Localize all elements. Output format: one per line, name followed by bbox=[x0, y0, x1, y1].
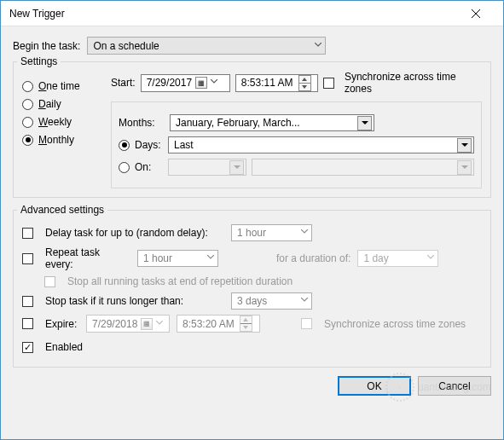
radio-one-time[interactable]: One time bbox=[22, 80, 101, 92]
begin-task-value: On a schedule bbox=[93, 40, 159, 52]
expire-date-input: 7/29/2018 ▦ bbox=[86, 315, 170, 333]
spinner-down-icon[interactable] bbox=[299, 84, 310, 90]
cancel-button[interactable]: Cancel bbox=[418, 376, 491, 396]
dropdown-button-icon bbox=[357, 116, 372, 130]
chevron-down-icon bbox=[156, 321, 163, 327]
window-title: New Trigger bbox=[9, 8, 65, 20]
chevron-down-icon bbox=[301, 298, 308, 304]
stop-long-checkbox[interactable] bbox=[22, 296, 33, 307]
stop-long-combo[interactable]: 3 days bbox=[231, 292, 312, 310]
repeat-combo[interactable]: 1 hour bbox=[137, 250, 218, 267]
radio-icon bbox=[22, 81, 33, 92]
dialog-window: New Trigger Begin the task: On a schedul… bbox=[0, 0, 504, 440]
expire-time-input: 8:53:20 AM bbox=[177, 315, 260, 333]
on-dropdown-2 bbox=[252, 159, 474, 176]
radio-days[interactable] bbox=[119, 140, 130, 151]
enabled-label: Enabled bbox=[45, 341, 83, 353]
radio-icon bbox=[22, 135, 33, 146]
start-date-input[interactable]: 7/29/2017 ▦ bbox=[141, 74, 230, 92]
duration-value: 1 day bbox=[363, 252, 388, 264]
stop-rep-checkbox bbox=[44, 276, 55, 287]
expire-checkbox[interactable] bbox=[22, 318, 33, 329]
titlebar: New Trigger bbox=[1, 1, 503, 26]
dropdown-button-icon bbox=[457, 160, 472, 175]
radio-label: Weekly bbox=[38, 116, 72, 128]
time-spinner[interactable] bbox=[298, 75, 311, 91]
ok-button[interactable]: OK bbox=[338, 376, 411, 396]
spinner-down-icon bbox=[240, 324, 252, 331]
spinner-up-icon bbox=[240, 316, 252, 324]
close-icon bbox=[472, 9, 480, 18]
advanced-fieldset: Advanced settings Delay task for up to (… bbox=[13, 210, 491, 368]
begin-task-select[interactable]: On a schedule bbox=[87, 37, 326, 55]
repeat-checkbox[interactable] bbox=[22, 253, 33, 264]
repeat-value: 1 hour bbox=[143, 252, 172, 264]
radio-icon bbox=[22, 99, 33, 110]
on-label: On: bbox=[135, 161, 168, 173]
radio-daily[interactable]: Daily bbox=[22, 98, 101, 110]
delay-label: Delay task for up to (random delay): bbox=[45, 227, 224, 239]
start-date-value: 7/29/2017 bbox=[147, 77, 192, 89]
sync-checkbox[interactable] bbox=[323, 78, 334, 89]
months-value: January, February, March... bbox=[176, 117, 300, 129]
settings-fieldset: Settings One time Daily Weekly bbox=[13, 61, 491, 198]
delay-value: 1 hour bbox=[237, 227, 266, 239]
expire-time-value: 8:53:20 AM bbox=[182, 318, 235, 330]
calendar-icon: ▦ bbox=[141, 318, 153, 330]
chevron-down-icon bbox=[207, 255, 214, 262]
spinner-up-icon[interactable] bbox=[299, 76, 310, 84]
chevron-down-icon bbox=[301, 229, 308, 236]
frequency-column: One time Daily Weekly Monthly bbox=[22, 71, 101, 188]
delay-combo[interactable]: 1 hour bbox=[231, 224, 312, 241]
radio-weekly[interactable]: Weekly bbox=[22, 116, 101, 128]
expire-label: Expire: bbox=[45, 318, 79, 330]
radio-label: Monthly bbox=[38, 134, 74, 146]
chevron-down-icon bbox=[315, 43, 322, 49]
begin-task-label: Begin the task: bbox=[13, 40, 80, 52]
radio-icon bbox=[22, 117, 33, 128]
advanced-legend: Advanced settings bbox=[17, 204, 107, 216]
expire-date-value: 7/29/2018 bbox=[92, 318, 137, 330]
chevron-down-icon bbox=[211, 79, 217, 86]
time-spinner bbox=[240, 316, 252, 332]
days-value: Last bbox=[174, 139, 194, 151]
radio-monthly[interactable]: Monthly bbox=[22, 134, 101, 146]
radio-label: One time bbox=[38, 80, 80, 92]
stop-long-value: 3 days bbox=[237, 295, 267, 307]
on-dropdown-1 bbox=[168, 159, 246, 176]
dialog-content: Begin the task: On a schedule Settings O… bbox=[1, 26, 503, 368]
sync-label: Synchronize across time zones bbox=[345, 71, 482, 95]
repeat-label: Repeat task every: bbox=[45, 246, 130, 270]
expire-sync-checkbox bbox=[301, 318, 312, 329]
duration-label: for a duration of: bbox=[276, 252, 350, 264]
dialog-buttons: OK Cancel bbox=[1, 368, 503, 406]
start-label: Start: bbox=[111, 77, 136, 89]
calendar-icon: ▦ bbox=[195, 77, 207, 89]
radio-on[interactable] bbox=[119, 162, 130, 173]
days-dropdown[interactable]: Last bbox=[168, 136, 474, 153]
dropdown-button-icon bbox=[457, 138, 472, 153]
start-time-input[interactable]: 8:53:11 AM bbox=[235, 74, 318, 92]
radio-label: Daily bbox=[38, 98, 61, 110]
monthly-subbox: Months: January, February, March... Days… bbox=[111, 101, 482, 188]
enabled-checkbox[interactable] bbox=[22, 342, 33, 353]
stop-rep-label: Stop all running tasks at end of repetit… bbox=[67, 275, 293, 287]
start-time-value: 8:53:11 AM bbox=[241, 77, 293, 89]
stop-long-label: Stop task if it runs longer than: bbox=[45, 295, 224, 307]
close-button[interactable] bbox=[457, 2, 495, 26]
days-label: Days: bbox=[135, 139, 168, 151]
expire-sync-label: Synchronize across time zones bbox=[324, 318, 466, 330]
dropdown-button-icon bbox=[229, 160, 244, 175]
months-label: Months: bbox=[119, 117, 170, 129]
months-dropdown[interactable]: January, February, March... bbox=[170, 114, 374, 131]
duration-combo: 1 day bbox=[357, 250, 438, 267]
delay-checkbox[interactable] bbox=[22, 228, 33, 239]
settings-legend: Settings bbox=[17, 55, 61, 67]
chevron-down-icon bbox=[427, 255, 434, 262]
